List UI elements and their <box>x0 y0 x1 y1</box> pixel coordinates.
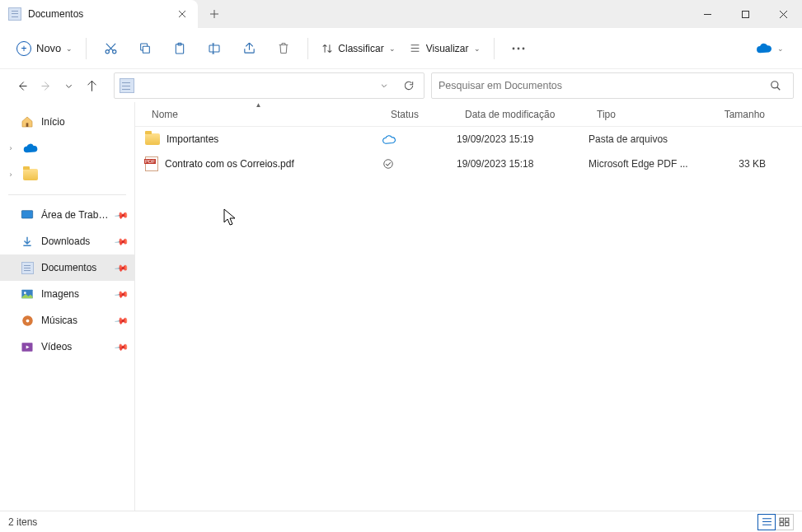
new-tab-button[interactable] <box>198 0 231 28</box>
paste-button[interactable] <box>164 35 195 63</box>
details-view-button[interactable] <box>757 514 776 530</box>
address-bar[interactable] <box>114 72 424 99</box>
forward-button[interactable] <box>35 74 56 97</box>
arrow-right-icon <box>40 80 52 92</box>
nav-downloads[interactable]: Downloads 📌 <box>0 228 134 254</box>
titlebar-drag-area[interactable] <box>231 0 688 28</box>
window-tab[interactable]: Documentos <box>0 0 198 28</box>
minimize-icon <box>703 10 712 19</box>
separator <box>494 38 495 59</box>
trash-icon <box>277 41 290 55</box>
column-type[interactable]: Tipo <box>589 102 700 126</box>
file-type: Pasta de arquivos <box>589 133 700 145</box>
chevron-down-icon: ⌄ <box>389 44 396 53</box>
desktop-icon <box>20 208 35 222</box>
pictures-icon <box>20 287 35 301</box>
svg-point-8 <box>517 47 519 49</box>
file-status <box>382 158 457 170</box>
up-button[interactable] <box>81 74 102 97</box>
copy-icon <box>138 42 152 55</box>
svg-point-2 <box>112 50 115 54</box>
thumbnails-view-icon <box>779 517 790 526</box>
column-size[interactable]: Tamanho <box>700 102 782 126</box>
column-label: Nome <box>152 109 178 120</box>
nav-label: Imagens <box>41 288 79 300</box>
nav-music[interactable]: Músicas 📌 <box>0 307 134 334</box>
nav-pictures[interactable]: Imagens 📌 <box>0 281 134 307</box>
folder-icon <box>145 133 160 145</box>
cut-icon <box>104 41 118 55</box>
pin-icon: 📌 <box>114 234 129 250</box>
onedrive-status-button[interactable]: ⌄ <box>749 43 790 54</box>
nav-folder[interactable]: › <box>0 161 134 188</box>
chevron-down-icon <box>64 82 73 91</box>
svg-rect-22 <box>780 523 783 526</box>
thumbnails-view-button[interactable] <box>776 514 794 530</box>
separator <box>307 38 308 59</box>
nav-desktop[interactable]: Área de Trabalho 📌 <box>0 202 134 228</box>
more-button[interactable] <box>503 35 534 63</box>
recent-locations-button[interactable] <box>58 74 79 97</box>
pin-icon: 📌 <box>114 313 129 329</box>
paste-icon <box>173 41 186 56</box>
rename-button[interactable] <box>199 35 230 63</box>
chevron-down-icon <box>380 82 388 90</box>
location-icon <box>120 78 134 93</box>
downloads-icon <box>20 235 35 248</box>
share-button[interactable] <box>233 35 265 63</box>
nav-documents[interactable]: Documentos 📌 <box>0 254 134 281</box>
column-date[interactable]: Data de modificação <box>457 102 589 126</box>
cloud-icon <box>756 43 772 54</box>
minimize-button[interactable] <box>688 0 726 28</box>
column-name[interactable]: Nome ▲ <box>135 102 382 126</box>
nav-videos[interactable]: Vídeos 📌 <box>0 334 134 360</box>
file-row[interactable]: Contrato com os Correios.pdf19/09/2023 1… <box>135 152 802 176</box>
search-input[interactable] <box>439 80 770 91</box>
cloud-icon <box>23 142 38 155</box>
folder-icon <box>23 168 38 181</box>
nav-home[interactable]: Início <box>0 109 134 135</box>
ellipsis-icon <box>511 46 526 51</box>
file-row[interactable]: Importantes19/09/2023 15:19Pasta de arqu… <box>135 127 802 152</box>
svg-rect-3 <box>143 46 150 53</box>
search-button[interactable] <box>770 80 786 91</box>
file-size: 33 KB <box>700 158 782 170</box>
chevron-down-icon: ⌄ <box>777 44 784 53</box>
column-headers: Nome ▲ Status Data de modificação Tipo T… <box>135 102 802 127</box>
sort-button[interactable]: Classificar ⌄ <box>317 35 400 63</box>
nav-onedrive[interactable]: › <box>0 135 134 161</box>
close-window-button[interactable] <box>764 0 802 28</box>
view-label: Visualizar <box>426 43 469 54</box>
music-icon <box>20 314 35 327</box>
view-button[interactable]: Visualizar ⌄ <box>404 35 485 63</box>
column-status[interactable]: Status <box>382 102 457 126</box>
svg-rect-6 <box>209 45 219 52</box>
pin-icon: 📌 <box>114 339 129 355</box>
svg-rect-11 <box>26 123 29 127</box>
delete-button[interactable] <box>268 35 299 63</box>
expander-icon[interactable]: › <box>5 144 16 152</box>
separator <box>86 38 87 59</box>
svg-point-19 <box>384 160 393 169</box>
search-bar[interactable] <box>431 72 794 99</box>
address-history-button[interactable] <box>374 76 394 96</box>
view-toggle <box>757 514 794 530</box>
back-button[interactable] <box>12 74 33 97</box>
file-type: Microsoft Edge PDF ... <box>589 158 700 170</box>
file-name: Importantes <box>166 133 218 145</box>
expander-icon[interactable]: › <box>5 170 16 179</box>
new-button[interactable]: + Novo ⌄ <box>12 38 77 59</box>
refresh-button[interactable] <box>399 76 419 96</box>
svg-rect-12 <box>21 211 32 218</box>
cut-button[interactable] <box>95 35 126 63</box>
videos-icon <box>20 340 35 353</box>
copy-button[interactable] <box>129 35 161 63</box>
file-status <box>382 135 457 144</box>
toolbar: + Novo ⌄ Classificar ⌄ Visualizar ⌄ ⌄ <box>0 28 802 69</box>
sort-ascending-icon: ▲ <box>256 101 262 109</box>
nav-label: Músicas <box>41 315 77 326</box>
maximize-button[interactable] <box>726 0 764 28</box>
nav-label: Vídeos <box>41 341 72 352</box>
tab-close-button[interactable] <box>175 7 190 21</box>
svg-rect-20 <box>780 518 783 521</box>
